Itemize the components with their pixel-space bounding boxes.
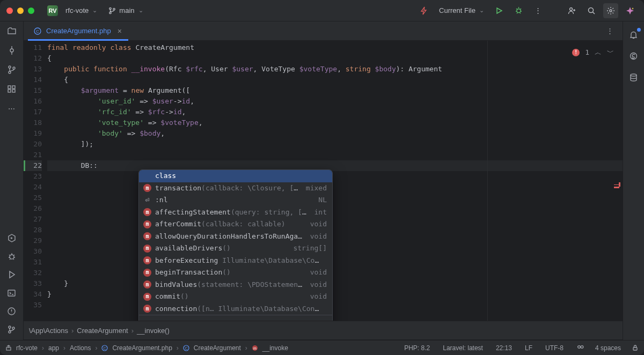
error-stripe-mark[interactable] [614,187,619,188]
svg-text:m: m [253,346,257,350]
svg-point-6 [610,10,612,12]
structure-icon[interactable] [6,84,17,94]
error-count-label: 1 [585,47,589,58]
run-button[interactable] [492,3,507,18]
error-stripe-mark[interactable] [614,184,619,185]
svg-point-21 [12,327,14,329]
problems-icon[interactable] [6,306,17,316]
notifications-icon[interactable] [628,29,639,40]
editor-tab[interactable]: C CreateArgument.php × [28,21,128,41]
autocomplete-item[interactable]: maffectingStatement(query: string, [bind… [139,206,332,219]
svg-point-10 [13,67,15,69]
svg-point-4 [570,8,573,10]
breadcrumb-item[interactable]: \App\Actions [29,327,68,335]
autocomplete-item[interactable]: mallowQueryDurationHandlersToRunAgain()v… [139,231,332,243]
branch-selector[interactable]: main [105,4,146,17]
status-php[interactable]: PHP: 8.2 [404,344,430,352]
status-path[interactable]: rfc-voteappActionsCCreateArgument.phpCCr… [5,344,288,352]
vcs-branch-icon[interactable] [6,324,17,335]
autocomplete-item[interactable]: mconnection([n… Illuminate\Database\Conn… [139,303,332,315]
breadcrumb-item[interactable]: CreateArgument [77,327,128,335]
svg-rect-14 [12,90,15,92]
svg-text:C: C [36,29,39,34]
editor-tab-row: C CreateArgument.php × ⋮ [24,21,623,41]
settings-gear-icon[interactable] [603,3,618,18]
right-margin-guide [487,41,488,321]
project-badge: RV [47,5,58,16]
debug-button[interactable] [511,3,526,18]
svg-rect-11 [8,86,11,88]
chevron-down-icon[interactable]: ﹀ [607,47,614,58]
inspection-summary[interactable]: ! 1 ︿ ﹀ [572,47,614,58]
status-lock-icon[interactable] [632,344,639,351]
commit-icon[interactable] [6,45,17,56]
branch-name-label: main [119,6,134,14]
breadcrumb-item[interactable]: __invoke() [137,327,170,335]
autocomplete-item[interactable]: mcommit()void [139,291,332,303]
autocomplete-item[interactable]: mbeforeExecuting Illuminate\Database\Con… [139,255,332,267]
chevron-up-icon[interactable]: ︿ [595,47,602,58]
svg-rect-17 [8,290,15,296]
svg-point-23 [631,74,636,76]
title-bar: RV rfc-vote main Current File ⋮ [0,0,644,21]
svg-point-8 [9,66,11,68]
tab-more-icon[interactable]: ⋮ [602,24,617,39]
status-encoding[interactable]: UTF-8 [545,344,564,352]
autocomplete-item[interactable]: mbindValues(statement: \PDOStatement, bi… [139,279,332,291]
right-tool-rail [623,21,644,340]
minimize-window-icon[interactable] [17,8,24,14]
debug-bug-icon[interactable] [6,251,17,262]
window-controls [6,8,34,14]
autocomplete-item[interactable]: mtransaction(callback: \Closure, [attem…… [139,182,332,195]
autocomplete-popup: classmtransaction(callback: \Closure, [a… [138,169,333,344]
status-bar: rfc-voteappActionsCCreateArgument.phpCCr… [0,340,644,355]
autocomplete-item[interactable]: mbeginTransaction()void [139,267,332,279]
jb-ai-icon[interactable] [623,3,638,18]
close-tab-icon[interactable]: × [118,27,122,35]
ide-ai-icon[interactable] [628,50,639,61]
project-icon[interactable] [6,26,17,36]
left-tool-rail: ⋯ [0,21,24,340]
status-line-sep[interactable]: LF [525,344,532,352]
autocomplete-item[interactable]: mafterCommit(callback: callable)void [139,218,332,231]
services-icon[interactable] [6,233,17,243]
svg-point-5 [589,8,594,12]
database-icon[interactable] [628,72,639,83]
more-actions-icon[interactable]: ⋮ [530,3,545,18]
status-reader-icon[interactable] [576,344,584,352]
error-count-icon: ! [572,49,580,56]
svg-point-20 [9,331,11,333]
autocomplete-item[interactable]: ⏎:nlNL [139,194,332,206]
svg-point-16 [10,255,14,259]
svg-point-1 [109,12,111,13]
svg-rect-26 [6,347,11,350]
git-icon[interactable] [6,64,17,75]
svg-text:C: C [185,346,187,350]
search-icon[interactable] [584,3,599,18]
svg-point-0 [109,8,111,9]
status-indent[interactable]: 4 spaces [595,344,621,352]
autocomplete-item[interactable]: mavailableDrivers()string[] [139,242,332,255]
svg-point-33 [578,346,581,349]
autocomplete-item[interactable]: class [139,170,332,182]
svg-point-2 [113,8,115,10]
svg-rect-13 [12,86,15,88]
close-window-icon[interactable] [6,8,13,14]
svg-text:C: C [104,346,106,350]
terminal-icon[interactable] [6,287,17,298]
more-horizontal-icon[interactable]: ⋯ [6,103,17,114]
guest-icon[interactable] [565,3,580,18]
status-laravel[interactable]: Laravel: latest [443,344,483,352]
maximize-window-icon[interactable] [28,8,34,14]
code-area[interactable]: ! 1 ︿ ﹀ final readonly class CreateArgum… [47,41,623,321]
svg-point-3 [517,9,521,13]
editor-tab-label: CreateArgument.php [46,27,111,35]
run-config-selector[interactable]: Current File [436,4,487,17]
breakpoint-exception-icon[interactable] [416,3,431,18]
project-selector[interactable]: rfc-vote [62,4,100,17]
status-caret-pos[interactable]: 22:13 [496,344,512,352]
class-file-icon: C [33,27,42,35]
editor: 1112131415161718192021222324252627282930… [24,41,623,321]
run-arrow-icon[interactable] [6,269,17,280]
branch-icon [108,6,116,15]
